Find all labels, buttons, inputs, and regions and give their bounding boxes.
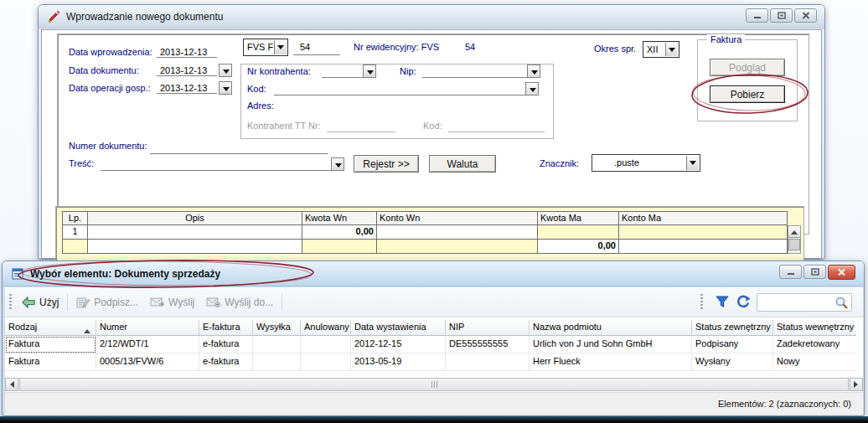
document-type-combo[interactable]: FVS F	[243, 39, 288, 56]
scroll-left-button[interactable]	[5, 378, 18, 391]
content-dropdown-button[interactable]	[331, 157, 344, 171]
column-header-data-wystawienia[interactable]: Data wystawienia	[351, 320, 446, 336]
refresh-icon[interactable]	[736, 295, 751, 309]
grid-cell-opis[interactable]	[88, 225, 302, 240]
cell-nazwa-podmiotu[interactable]: Herr Flueck	[530, 353, 692, 371]
currency-button[interactable]: Waluta	[429, 155, 496, 173]
grid-cell-konto-ma[interactable]	[619, 225, 788, 240]
grid-cell-lp[interactable]: 1	[62, 225, 88, 240]
download-button[interactable]: Pobierz	[710, 85, 785, 103]
cell-wysylka[interactable]	[253, 353, 301, 371]
column-header-nazwa-podmiotu[interactable]: Nazwa podmiotu	[530, 320, 692, 336]
column-header-wysylka[interactable]: Wysyłka	[253, 320, 301, 336]
send-to-button[interactable]: Wyślij do...	[200, 294, 279, 311]
marker-combo[interactable]: .puste	[592, 154, 700, 172]
document-date-field[interactable]	[157, 64, 217, 76]
title-bar[interactable]: Wybór elementu: Dokumenty sprzedaży	[3, 261, 864, 286]
scroll-up-button[interactable]	[788, 226, 800, 238]
grid-header-opis[interactable]: Opis	[88, 211, 302, 225]
column-header-anulowany[interactable]: Anulowany	[301, 320, 351, 336]
grid-scrollbar-thumb[interactable]	[788, 239, 800, 250]
sign-button[interactable]: Podpisz...	[70, 294, 144, 311]
register-button[interactable]: Rejestr >>	[354, 155, 419, 173]
grid-cell-kwota-wn[interactable]: 0,00	[302, 225, 377, 240]
cell-nip[interactable]: DE555555555	[446, 336, 530, 353]
grid-scrollbar[interactable]	[788, 225, 801, 254]
toolbar-grip[interactable]	[700, 294, 703, 311]
cell-efaktura[interactable]: e-faktura	[199, 353, 253, 371]
close-button[interactable]	[828, 265, 855, 280]
nip-dropdown-button[interactable]	[527, 64, 540, 78]
column-header-efaktura[interactable]: E-faktura	[199, 320, 253, 336]
column-header-status-wewnetrzny[interactable]: Status wewnętrzny	[773, 320, 856, 336]
grid-header-lp[interactable]: Lp.	[62, 211, 88, 225]
grid-cell-konto-ma[interactable]	[619, 240, 788, 254]
title-bar[interactable]: Wprowadzanie nowego dokumentu	[39, 5, 824, 28]
cell-efaktura[interactable]: e-faktura	[199, 336, 253, 353]
toolbar-grip[interactable]	[9, 294, 12, 311]
contractor-no-field[interactable]	[322, 66, 363, 78]
grid-cell-konto-wn[interactable]	[377, 225, 538, 240]
document-type-dropdown-button[interactable]	[274, 40, 287, 54]
column-header-status-zewnetrzny[interactable]: Status zewnętrzny	[692, 320, 773, 336]
cell-data-wystawienia[interactable]: 2012-12-15	[351, 336, 446, 353]
maximize-button[interactable]	[803, 265, 826, 279]
filter-icon[interactable]	[716, 296, 729, 308]
search-icon[interactable]	[834, 296, 849, 310]
table-row[interactable]: Faktura 2/12/WDT/1 e-faktura 2012-12-15 …	[5, 336, 856, 353]
minimize-button[interactable]	[779, 265, 802, 279]
preview-button[interactable]: Podgląd	[710, 59, 785, 76]
cell-status-zewnetrzny[interactable]: Wysłany	[692, 353, 773, 371]
cell-rodzaj[interactable]: Faktura	[5, 336, 96, 353]
taskbar-strip[interactable]	[0, 416, 868, 423]
cell-nazwa-podmiotu[interactable]: Urlich von J und Sohn GmbH	[530, 336, 692, 353]
table-row[interactable]: Faktura 0005/13/FVW/6 e-faktura 2013-05-…	[5, 353, 856, 371]
cell-anulowany[interactable]	[301, 336, 351, 353]
use-button[interactable]: Użyj	[16, 294, 65, 311]
search-input[interactable]	[757, 297, 834, 307]
cell-nip[interactable]	[446, 353, 530, 371]
cell-numer[interactable]: 2/12/WDT/1	[96, 336, 199, 353]
doc-number-field[interactable]	[150, 141, 328, 154]
cell-status-wewnetrzny[interactable]: Nowy	[773, 353, 856, 371]
column-header-rodzaj[interactable]: Rodzaj	[5, 320, 96, 336]
grid-header-konto-wn[interactable]: Konto Wn	[377, 211, 538, 225]
close-button[interactable]	[794, 8, 817, 23]
grid-header-kwota-wn[interactable]: Kwota Wn	[302, 211, 377, 225]
horizontal-scrollbar[interactable]	[5, 378, 863, 391]
operation-date-field[interactable]	[157, 81, 217, 94]
grid-cell-konto-wn[interactable]	[377, 240, 538, 254]
content-field[interactable]	[101, 157, 331, 171]
code-dropdown-button[interactable]	[525, 82, 539, 95]
grid-header-kwota-ma[interactable]: Kwota Ma	[538, 211, 619, 225]
horizontal-scrollbar-thumb[interactable]	[19, 378, 849, 391]
column-header-numer[interactable]: Numer	[96, 320, 199, 336]
entry-date-field[interactable]	[157, 45, 217, 58]
minimize-button[interactable]	[746, 8, 768, 23]
period-combo[interactable]: XII	[643, 41, 679, 58]
code-field[interactable]	[274, 84, 525, 95]
maximize-button[interactable]	[770, 8, 793, 23]
column-header-nip[interactable]: NIP	[446, 320, 530, 336]
cell-numer[interactable]: 0005/13/FVW/6	[96, 353, 199, 371]
cell-wysylka[interactable]	[253, 336, 301, 353]
cell-anulowany[interactable]	[301, 353, 351, 371]
grid-cell-lp[interactable]	[62, 240, 88, 254]
grid-header-konto-ma[interactable]: Konto Ma	[619, 211, 788, 225]
grid-cell-opis[interactable]	[88, 240, 302, 254]
cell-status-wewnetrzny[interactable]: Zadekretowany	[773, 336, 856, 353]
cell-data-wystawienia[interactable]: 2013-05-19	[351, 353, 446, 371]
grid-cell-kwota-ma[interactable]	[538, 225, 619, 240]
operation-date-dropdown-button[interactable]	[219, 81, 232, 95]
nip-field[interactable]	[422, 66, 527, 78]
document-date-dropdown-button[interactable]	[219, 64, 232, 77]
document-no-field[interactable]	[293, 40, 340, 55]
period-dropdown-button[interactable]	[665, 43, 678, 56]
contractor-no-dropdown-button[interactable]	[363, 64, 376, 78]
grid-cell-kwota-wn[interactable]	[302, 240, 377, 254]
cell-rodzaj[interactable]: Faktura	[5, 353, 96, 371]
marker-dropdown-button[interactable]	[686, 156, 699, 170]
grid-cell-kwota-ma[interactable]: 0,00	[538, 240, 619, 254]
scroll-right-button[interactable]	[850, 378, 863, 391]
send-button[interactable]: Wyślij	[144, 294, 200, 311]
